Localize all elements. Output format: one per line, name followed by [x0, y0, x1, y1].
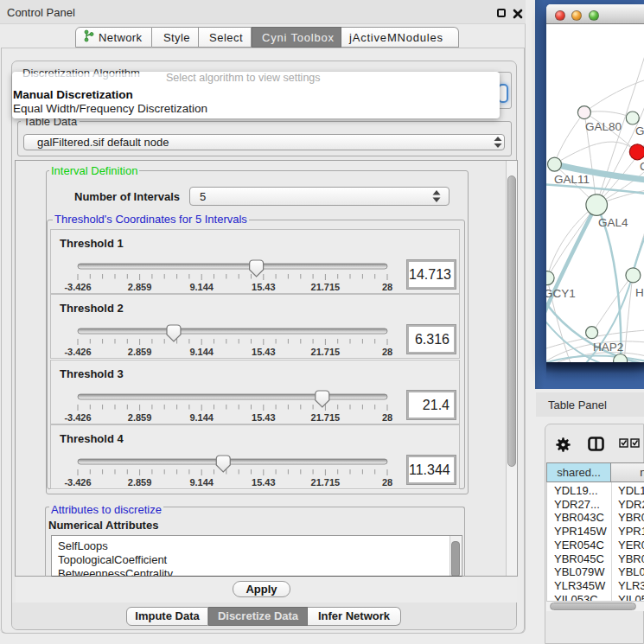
svg-text:2.859: 2.859	[128, 477, 152, 488]
svg-text:28: 28	[382, 477, 392, 488]
svg-text:C: C	[640, 160, 644, 173]
svg-text:28: 28	[382, 347, 392, 357]
svg-text:HAP2: HAP2	[593, 341, 623, 354]
svg-text:H: H	[635, 286, 644, 299]
svg-text:15.43: 15.43	[252, 412, 276, 423]
svg-text:9.144: 9.144	[189, 477, 214, 488]
svg-text:15.43: 15.43	[252, 282, 276, 292]
svg-text:2.859: 2.859	[128, 412, 152, 423]
svg-text:-3.426: -3.426	[64, 282, 91, 292]
svg-text:9.144: 9.144	[189, 412, 214, 423]
svg-text:21.715: 21.715	[311, 347, 341, 357]
svg-text:GA: GA	[635, 124, 644, 137]
svg-text:9.144: 9.144	[189, 347, 214, 357]
svg-text:15.43: 15.43	[252, 347, 276, 357]
svg-text:-3.426: -3.426	[64, 412, 91, 423]
svg-text:-3.426: -3.426	[64, 347, 91, 357]
svg-text:GAL4: GAL4	[598, 216, 628, 229]
svg-text:28: 28	[382, 282, 392, 292]
svg-text:9.144: 9.144	[189, 282, 214, 292]
svg-text:GAL11: GAL11	[554, 173, 590, 186]
svg-text:21.715: 21.715	[311, 477, 341, 488]
svg-text:GAL80: GAL80	[585, 120, 622, 133]
svg-text:28: 28	[382, 412, 392, 423]
svg-text:GCY1: GCY1	[546, 287, 576, 300]
svg-text:21.715: 21.715	[311, 282, 341, 292]
svg-text:15.43: 15.43	[252, 477, 276, 488]
svg-text:2.859: 2.859	[128, 282, 152, 292]
svg-text:21.715: 21.715	[311, 412, 341, 423]
svg-text:-3.426: -3.426	[64, 477, 91, 488]
svg-text:2.859: 2.859	[128, 347, 152, 357]
